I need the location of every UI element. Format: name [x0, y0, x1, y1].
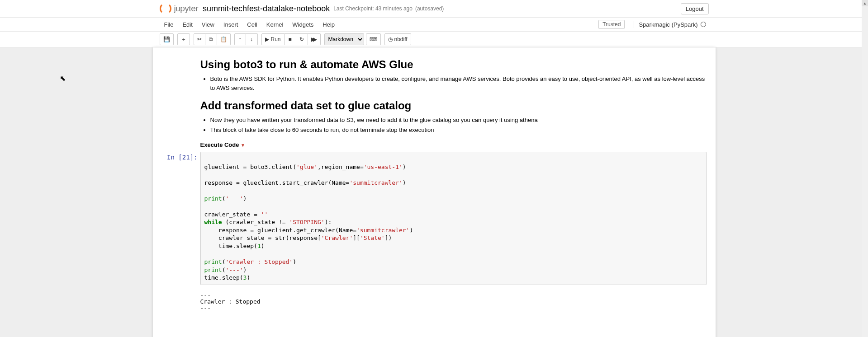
cell-type-select[interactable]: Markdown [324, 33, 364, 45]
restart-button[interactable]: ↻ [296, 33, 308, 45]
insert-cell-button[interactable]: ＋ [177, 33, 190, 45]
save-icon: 💾 [163, 36, 170, 42]
nbdiff-label: nbdiff [394, 36, 408, 42]
page-scrollbar[interactable]: ▲ [862, 0, 868, 337]
kernel-indicator[interactable]: Sparkmagic (PySpark) [634, 21, 708, 28]
menu-edit[interactable]: Edit [178, 19, 197, 31]
arrow-up-icon: ↑ [239, 36, 242, 42]
cell-output-text: --- Crawler : Stopped --- [200, 289, 707, 312]
jupyter-brand: jupyter [174, 4, 199, 14]
move-down-button[interactable]: ↓ [246, 33, 258, 45]
run-icon: ▶ [265, 36, 269, 42]
notebook-container[interactable]: Using boto3 to run & automate AWS Glue B… [153, 47, 716, 337]
triangle-down-icon: ▼ [241, 143, 245, 148]
code-input[interactable]: glueclient = boto3.client('glue',region_… [200, 152, 707, 285]
menu-file[interactable]: File [160, 19, 178, 31]
run-label: Run [271, 36, 281, 42]
heading-glue-catalog: Add transformed data set to glue catalog [200, 99, 707, 112]
trusted-indicator[interactable]: Trusted [598, 20, 625, 29]
fast-forward-icon: ▶▶ [311, 36, 317, 42]
notebook-name[interactable]: summit-techfest-datalake-notebook [203, 4, 330, 14]
code-cell[interactable]: In [21]: glueclient = boto3.client('glue… [153, 150, 716, 287]
interrupt-button[interactable]: ■ [285, 33, 296, 45]
md-list-item: Boto is the AWS SDK for Python. It enabl… [210, 75, 707, 92]
menu-insert[interactable]: Insert [219, 19, 243, 31]
copy-button[interactable]: ⧉ [205, 33, 217, 45]
output-cell: --- Crawler : Stopped --- [153, 287, 716, 314]
keyboard-icon: ⌨ [370, 36, 377, 42]
output-prompt [157, 289, 200, 312]
heading-boto3: Using boto3 to run & automate AWS Glue [200, 58, 707, 71]
cell-prompt [157, 55, 200, 148]
command-palette-button[interactable]: ⌨ [366, 33, 381, 45]
restart-icon: ↻ [299, 36, 304, 42]
nbdiff-button[interactable]: ◷nbdiff [384, 33, 411, 45]
scroll-up-icon[interactable]: ▲ [862, 0, 868, 6]
execute-code-heading: Execute Code ▼ [200, 141, 707, 148]
md-list-item: Now they you have written your transform… [210, 116, 707, 125]
markdown-cell[interactable]: Using boto3 to run & automate AWS Glue B… [153, 53, 716, 150]
move-up-button[interactable]: ↑ [234, 33, 246, 45]
git-icon: ◷ [388, 36, 393, 42]
menu-cell[interactable]: Cell [242, 19, 261, 31]
kernel-status-icon [701, 22, 706, 27]
cut-icon: ✂ [197, 36, 202, 42]
menu-view[interactable]: View [197, 19, 219, 31]
menu-widgets[interactable]: Widgets [288, 19, 318, 31]
arrow-down-icon: ↓ [250, 36, 253, 42]
cell-prompt: In [21]: [157, 152, 200, 285]
paste-icon: 📋 [220, 36, 227, 42]
md-list-item: This block of take take close to 60 seco… [210, 126, 707, 135]
save-button[interactable]: 💾 [160, 33, 174, 45]
stop-icon: ■ [288, 36, 291, 42]
autosave-status: (autosaved) [415, 5, 444, 12]
menu-help[interactable]: Help [318, 19, 339, 31]
cut-button[interactable]: ✂ [194, 33, 205, 45]
copy-icon: ⧉ [209, 36, 213, 42]
kernel-name: Sparkmagic (PySpark) [639, 21, 697, 28]
restart-run-all-button[interactable]: ▶▶ [308, 33, 321, 45]
jupyter-icon [160, 3, 171, 14]
paste-button[interactable]: 📋 [217, 33, 231, 45]
plus-icon: ＋ [181, 36, 186, 43]
logout-button[interactable]: Logout [681, 3, 709, 14]
checkpoint-status: Last Checkpoint: 43 minutes ago [333, 5, 413, 12]
run-button[interactable]: ▶Run [261, 33, 285, 45]
jupyter-logo[interactable]: jupyter [160, 3, 199, 14]
menu-kernel[interactable]: Kernel [262, 19, 288, 31]
